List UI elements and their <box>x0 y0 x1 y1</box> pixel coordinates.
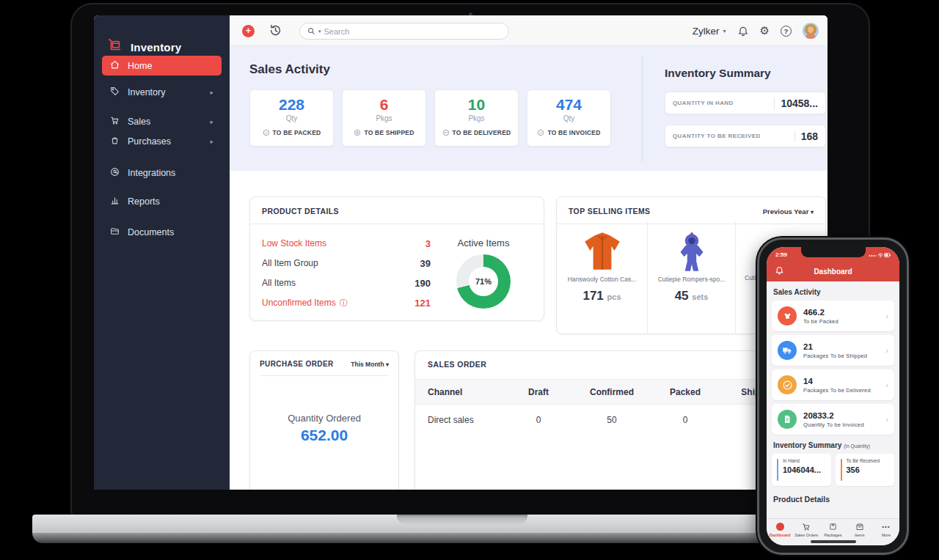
sidebar-item-documents[interactable]: Documents <box>102 222 222 242</box>
phone-sales-activity-title: Sales Activity <box>773 288 894 296</box>
period-label: Previous Year <box>763 207 809 215</box>
all-item-group-row[interactable]: All Item Group 39 <box>262 258 431 269</box>
phone-summary-label: To Be Received <box>847 458 895 463</box>
sidebar-item-inventory[interactable]: Inventory ▸ <box>102 82 222 102</box>
user-avatar[interactable] <box>803 23 819 39</box>
tab-label: Sales Orders <box>793 533 819 537</box>
active-items-donut: 71% <box>456 254 511 309</box>
phone-header: 2:59 Dashboard <box>767 247 899 281</box>
status-icons <box>869 251 891 258</box>
sidebar-item-integrations[interactable]: Integrations <box>102 163 222 183</box>
sidebar-item-purchases[interactable]: Purchases ▸ <box>102 131 222 151</box>
purchase-order-panel: PURCHASE ORDER This Month ▾ Quantity Ord… <box>249 350 399 490</box>
cardigan-product-image <box>580 230 625 273</box>
phone-in-hand-card[interactable]: In Hand 1046044... <box>772 454 831 486</box>
check-circle-icon <box>537 129 544 136</box>
quick-add-button[interactable]: + <box>242 25 255 37</box>
tab-label: Packages <box>819 533 846 537</box>
search-input[interactable] <box>324 27 501 36</box>
phone-card-value: 21 <box>803 342 867 351</box>
panel-title: TOP SELLING ITEMS <box>569 207 650 215</box>
avatar-face <box>808 26 814 33</box>
phone-to-be-received-card[interactable]: To Be Received 356 <box>836 454 895 486</box>
notifications-bell-icon[interactable] <box>775 265 784 278</box>
section-divider <box>642 55 643 162</box>
tab-more[interactable]: ••• More <box>873 519 899 545</box>
chevron-right-icon: › <box>885 346 888 355</box>
stat-unit: Pkgs <box>435 114 518 122</box>
recent-history-button[interactable] <box>268 23 282 40</box>
phone-card-label: Packages To be Shipped <box>803 353 867 359</box>
stat-card-to-be-shipped[interactable]: 6 Pkgs TO BE SHIPPED <box>342 89 426 147</box>
stat-unit: Qty <box>250 114 333 122</box>
sidebar: Inventory Home Inventory ▸ Sales <box>94 15 230 490</box>
stat-card-to-be-delivered[interactable]: 10 Pkgs TO BE DELIVERED <box>434 89 519 147</box>
topbar: + ▾ Zylker ▾ <box>230 15 827 46</box>
sales-activity-title: Sales Activity <box>249 62 330 77</box>
stat-card-to-be-invoiced[interactable]: 474 Qty TO BE INVOICED <box>527 89 611 147</box>
phone-inventory-summary-suffix: (In Quantity) <box>844 443 870 449</box>
phone-card-packages-delivered[interactable]: 14 Packages To be Delivered › <box>772 369 894 400</box>
sidebar-item-label: Purchases <box>128 136 171 147</box>
stat-value: 474 <box>527 96 610 114</box>
inventory-logo-icon <box>107 37 123 56</box>
avatar-body <box>805 33 816 39</box>
help-button[interactable]: ? <box>781 26 792 37</box>
signal-wifi-battery-icon <box>869 251 891 258</box>
sidebar-item-reports[interactable]: Reports <box>102 191 222 211</box>
phone-nav-title: Dashboard <box>767 268 899 276</box>
unconfirmed-items-row[interactable]: Unconfirmed Items ⓘ 121 <box>262 298 431 309</box>
more-dots-icon: ••• <box>882 523 890 530</box>
org-name: Zylker <box>693 26 720 37</box>
phone-card-value: 14 <box>803 377 871 386</box>
caret-down-icon: ▾ <box>811 209 814 215</box>
summary-row-value: 10458... <box>781 97 818 109</box>
mini-divider <box>794 130 795 142</box>
phone-card-quantity-invoiced[interactable]: 20833.2 Quantity To be Invoiced › <box>772 404 894 435</box>
phone-card-to-be-packed[interactable]: 466.2 To be Packed › <box>772 301 894 331</box>
caret-down-icon: ▾ <box>386 361 389 368</box>
mini-divider <box>774 97 775 109</box>
tab-dashboard[interactable]: Dashboard <box>767 519 793 545</box>
stat-value: 10 <box>435 96 518 114</box>
stat-unit: Pkgs <box>343 114 425 122</box>
all-items-row[interactable]: All Items 190 <box>262 278 431 289</box>
pd-label: Unconfirmed Items <box>262 298 336 309</box>
phone-screen: 2:59 Dashboard <box>767 247 899 545</box>
app-title: Inventory <box>131 41 181 54</box>
search-bar[interactable]: ▾ <box>299 23 509 40</box>
info-icon[interactable]: ⓘ <box>340 298 348 309</box>
package-icon <box>819 522 846 531</box>
settings-gear-icon[interactable]: ⚙ <box>760 24 770 37</box>
top-item-2[interactable]: Cutiepie Rompers-spo... 45 sets <box>648 221 736 334</box>
stat-card-to-be-packed[interactable]: 228 Qty TO BE PACKED <box>249 89 334 147</box>
phone-card-packages-shipped[interactable]: 21 Packages To be Shipped › <box>772 335 894 366</box>
chevron-down-icon: ▾ <box>723 28 726 34</box>
cart-icon <box>110 116 120 128</box>
quantity-ordered-label: Quantity Ordered <box>250 413 398 424</box>
period-dropdown[interactable]: Previous Year ▾ <box>763 207 814 215</box>
phone-home-indicator[interactable] <box>811 540 856 543</box>
sidebar-item-sales[interactable]: Sales ▸ <box>102 111 222 131</box>
panel-divider <box>260 375 389 376</box>
sidebar-item-label: Home <box>128 61 152 71</box>
phone-card-label: Quantity To be Invoiced <box>803 421 864 428</box>
period-dropdown[interactable]: This Month ▾ <box>351 361 389 368</box>
search-scope-caret-icon[interactable]: ▾ <box>318 29 321 34</box>
quantity-to-be-received-row[interactable]: QUANTITY TO BE RECEIVED 168 <box>665 125 826 147</box>
truck-icon <box>778 341 797 360</box>
stat-value: 6 <box>343 96 425 114</box>
phone-card-value: 466.2 <box>803 308 838 317</box>
top-item-1[interactable]: Hanswooly Cotton Cas... 171 pcs <box>557 221 648 334</box>
laptop-lid-notch <box>397 515 527 524</box>
quantity-in-hand-row[interactable]: QUANTITY IN HAND 10458... <box>665 92 826 114</box>
sidebar-item-home[interactable]: Home <box>102 56 222 75</box>
notifications-button[interactable] <box>737 25 749 37</box>
low-stock-items-row[interactable]: Low Stock Items 3 <box>262 238 431 249</box>
archive-icon <box>847 522 873 531</box>
org-switcher[interactable]: Zylker ▾ <box>693 26 726 37</box>
home-icon <box>110 60 120 72</box>
summary-band: Sales Activity 228 Qty TO BE PACKED 6 Pk… <box>230 46 827 171</box>
panel-divider <box>250 224 544 224</box>
chevron-right-icon: ▸ <box>210 89 213 96</box>
